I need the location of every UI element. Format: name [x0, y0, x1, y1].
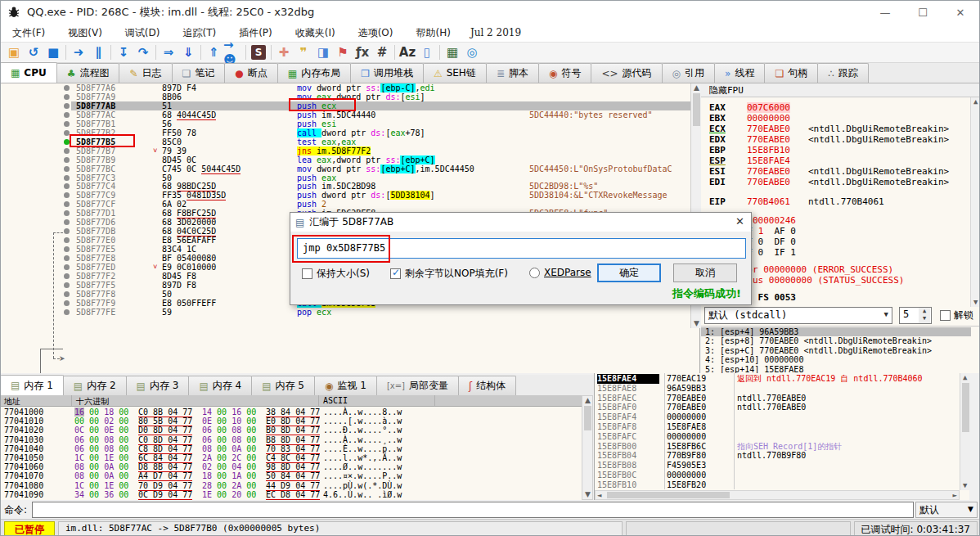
stack-row[interactable]: 15E8FAF0770EABE0ntdll.770EABE0	[595, 403, 970, 412]
stack-row[interactable]: 15E8FAEC770EABE0ntdll.770EABE0	[595, 394, 970, 403]
nop-fill-checkbox[interactable]: 剩余字节以NOP填充(F)	[390, 267, 508, 281]
register-row[interactable]: ESP15E8FAE4	[709, 155, 790, 166]
row-dot[interactable]	[64, 148, 70, 154]
bookmarks-icon[interactable]: ⚑	[333, 43, 353, 61]
tab-引用[interactable]: ◎引用	[662, 63, 715, 83]
dump-row[interactable]: 7704104006 00 08 00C8 8D 04 7708 00 0A 0…	[1, 444, 582, 453]
register-row[interactable]: EDI770EABE0<ntdll.DbgUiRemoteBreakin>	[709, 177, 949, 187]
stack-row[interactable]: 15E8FAF815E8FAE8	[595, 422, 970, 432]
tab-内存 2[interactable]: ▤内存 2	[63, 376, 127, 395]
disasm-row[interactable]: 5D8F77B585C0test eax,eax	[1, 137, 690, 146]
disasm-row[interactable]: 5D8F77AC68 4044C45Dpush im.5DC444405DC44…	[1, 110, 690, 119]
dialog-close-icon[interactable]: ✕	[735, 215, 744, 227]
register-row[interactable]: EBX00000000	[709, 113, 790, 124]
tab-流程图[interactable]: ♣流程图	[56, 63, 120, 83]
register-row[interactable]: EAX007C6000	[709, 102, 790, 113]
disasm-row[interactable]: 5D8F77B98D45 0Clea eax,dword ptr ss:[ebp…	[1, 155, 690, 164]
disasm-row[interactable]: 5D8F77C9FF35 0481D35Dpush dword ptr ds:[…	[1, 191, 690, 200]
row-dot[interactable]	[64, 282, 70, 288]
memory-dump-panel[interactable]: 地址 十六进制 ASCII 7704100016 00 18 00C0 8B 0…	[1, 395, 582, 500]
labels-icon[interactable]: ◨	[313, 43, 333, 61]
tab-断点[interactable]: ●断点	[224, 63, 277, 83]
row-dot[interactable]	[64, 210, 70, 216]
row-dot[interactable]	[64, 246, 70, 252]
row-dot[interactable]	[64, 85, 70, 91]
patches-icon[interactable]: ✚	[274, 43, 294, 61]
calling-convention-select[interactable]: 默认 (stdcall)▼	[704, 307, 892, 324]
argument-row[interactable]: 3: [esp+C] 770EABE0 <ntdll.DbgUiRemoteBr…	[701, 346, 971, 355]
breakpoint-dot[interactable]	[64, 139, 70, 145]
argument-count-stepper[interactable]: 5▲▼	[899, 307, 932, 324]
world-icon[interactable]: ◎	[462, 43, 482, 61]
maximize-button[interactable]: ☐	[904, 1, 942, 24]
dump-row[interactable]: 770410501C 00 1E 006C 84 04 772A 00 2C 0…	[1, 453, 582, 462]
argument-row[interactable]: 2: [esp+8] 770EABE0 <ntdll.DbgUiRemoteBr…	[701, 336, 971, 345]
tab-源代码[interactable]: <>源代码	[591, 63, 662, 83]
disasm-row[interactable]: 5D8F77A98B06mov eax,dword ptr ds:[esi]	[1, 92, 690, 101]
row-dot[interactable]	[64, 255, 70, 261]
pause-icon[interactable]: ∥	[88, 43, 108, 61]
cancel-button[interactable]: 取消	[673, 263, 737, 282]
tab-内存 3[interactable]: ▤内存 3	[126, 376, 190, 395]
open-file-icon[interactable]: ▣	[4, 43, 24, 61]
disasm-row[interactable]: 5D8F77FE59pop ecx	[1, 308, 690, 317]
dump-row[interactable]: 7704101000 00 02 0080 5B 04 770E 00 10 0…	[1, 417, 582, 426]
tab-调用堆栈[interactable]: ❒调用堆栈	[350, 63, 424, 83]
stack-panel[interactable]: 15E8FAE4770EAC19返回到 ntdll.770EAC19 自 ntd…	[594, 373, 969, 500]
menu-item[interactable]: 文件(F)	[1, 25, 56, 42]
xedparse-radio[interactable]: XEDParse	[529, 267, 591, 278]
ok-button[interactable]: 确定	[597, 263, 661, 282]
checkbox-checked-icon[interactable]	[390, 268, 401, 279]
tab-内存布局[interactable]: ▦内存布局	[277, 63, 351, 83]
stack-row[interactable]: 15E8FB0C00000000	[595, 471, 970, 480]
disasm-row[interactable]: 5D8F77CF6A 02push 2	[1, 200, 690, 209]
stack-row[interactable]: 15E8FB0015E8FB6C指向SEH_Record[1]的指针	[595, 442, 970, 452]
row-dot[interactable]	[64, 300, 70, 306]
disasm-row[interactable]: 5D8F77A6897D F4mov dword ptr ss:[ebp-C],…	[1, 83, 690, 92]
tab-符号[interactable]: ◉符号	[538, 63, 591, 83]
row-dot[interactable]	[64, 237, 70, 243]
stack-row[interactable]: 15E8FB1015E8FB20	[595, 480, 970, 490]
stack-row[interactable]: 15E8FB04770B9F80ntdll.770B9F80	[595, 451, 970, 461]
stack-row[interactable]: 15E8FAE896A59BB3	[595, 384, 970, 394]
row-dot[interactable]	[64, 273, 70, 279]
stop-icon[interactable]: ■	[43, 43, 63, 61]
stack-row[interactable]: 15E8FAF400000000	[595, 412, 970, 422]
row-dot[interactable]	[64, 183, 70, 189]
tab-跟踪[interactable]: ∴跟踪	[817, 63, 869, 83]
tab-结构体[interactable]: ʃ结构体	[458, 376, 516, 395]
row-dot[interactable]	[64, 219, 70, 225]
tab-脚本[interactable]: ≣脚本	[486, 63, 539, 83]
dump-row[interactable]: 7704106008 00 0A 00D8 8B 04 7702 00 04 0…	[1, 462, 582, 471]
checkbox-icon[interactable]	[940, 310, 951, 321]
row-dot[interactable]	[64, 228, 70, 234]
row-dot[interactable]	[64, 264, 70, 270]
step-over-icon[interactable]: ↷	[133, 43, 153, 61]
row-dot[interactable]	[64, 201, 70, 207]
spinner-arrows[interactable]: ▲▼	[919, 308, 930, 323]
row-dot[interactable]	[64, 121, 70, 127]
argument-row[interactable]: 1: [esp+4] 96A59BB3	[701, 327, 971, 336]
stack-row[interactable]: 15E8FAFC00000000	[595, 432, 970, 442]
disasm-row[interactable]: 5D8F77B156push esi	[1, 119, 690, 128]
dump-row[interactable]: 7704107008 00 0A 00A4 D7 04 7718 00 1A 0…	[1, 471, 582, 480]
dump-row[interactable]: 770410200C 00 0E 00D0 8D 04 7706 00 08 0…	[1, 426, 582, 435]
tab-CPU[interactable]: ▦CPU	[0, 62, 57, 83]
row-dot[interactable]	[64, 94, 70, 100]
stack-row[interactable]: 15E8FB08F45905E3	[595, 461, 970, 471]
functions-icon[interactable]: ƒx	[353, 43, 372, 61]
tab-句柄[interactable]: ❏句柄	[764, 63, 818, 83]
calculator-icon[interactable]: ▦	[443, 43, 462, 61]
dump-row[interactable]: 770410801C 00 1E 0070 D9 04 7728 00 2A 0…	[1, 481, 582, 490]
menu-item[interactable]: 收藏夹(I)	[284, 25, 347, 42]
arguments-panel[interactable]: 1: [esp+4] 96A59BB32: [esp+8] 770EABE0 <…	[701, 326, 980, 373]
row-dot[interactable]	[64, 103, 70, 109]
row-dot[interactable]	[64, 112, 70, 118]
row-dot[interactable]	[64, 130, 70, 136]
minimize-button[interactable]: —	[866, 1, 904, 24]
menu-item[interactable]: 选项(O)	[347, 25, 405, 42]
run-to-cursor-icon[interactable]: ⇒	[159, 43, 178, 61]
spx-button[interactable]: S	[249, 43, 268, 61]
disasm-row[interactable]: 5D8F77BCC745 0C 5044C45Dmov dword ptr ss…	[1, 164, 690, 173]
disasm-row[interactable]: 5D8F77C350push eax	[1, 173, 690, 182]
